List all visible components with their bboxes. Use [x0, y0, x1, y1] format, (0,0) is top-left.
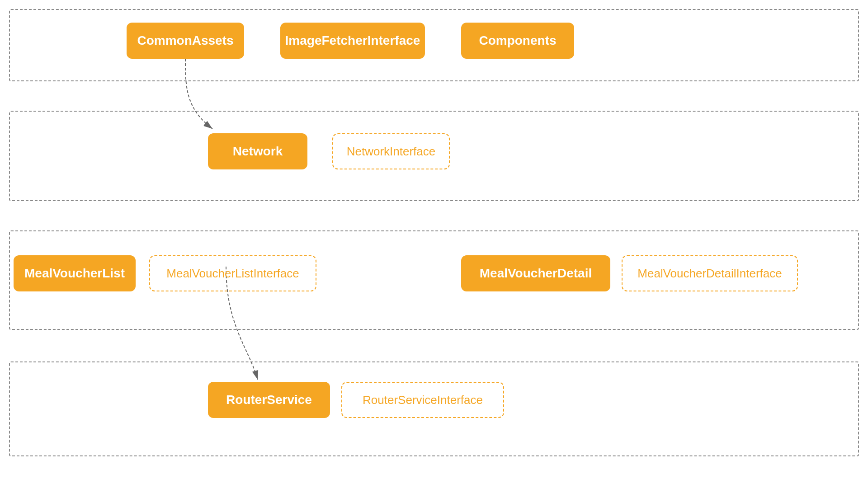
router-service-label: RouterService — [226, 393, 312, 407]
components-node[interactable]: Components — [461, 23, 574, 59]
meal-voucher-detail-interface-label: MealVoucherDetailInterface — [637, 267, 782, 281]
router-service-interface-node[interactable]: RouterServiceInterface — [341, 382, 504, 418]
router-service-node[interactable]: RouterService — [208, 382, 330, 418]
diagram-container: CommonAssets ImageFetcherInterface Compo… — [0, 0, 868, 488]
image-fetcher-interface-node[interactable]: ImageFetcherInterface — [280, 23, 425, 59]
network-interface-node[interactable]: NetworkInterface — [332, 133, 450, 169]
router-service-interface-label: RouterServiceInterface — [363, 393, 483, 407]
meal-voucher-list-label: MealVoucherList — [24, 266, 125, 281]
meal-voucher-list-node[interactable]: MealVoucherList — [14, 255, 136, 291]
meal-voucher-detail-label: MealVoucherDetail — [480, 266, 592, 281]
network-label: Network — [233, 144, 283, 159]
common-assets-node[interactable]: CommonAssets — [127, 23, 244, 59]
network-interface-label: NetworkInterface — [347, 145, 436, 159]
meal-voucher-detail-interface-node[interactable]: MealVoucherDetailInterface — [622, 255, 798, 291]
components-label: Components — [479, 33, 556, 48]
meal-voucher-list-interface-node[interactable]: MealVoucherListInterface — [149, 255, 316, 291]
image-fetcher-label: ImageFetcherInterface — [285, 33, 420, 48]
meal-voucher-list-interface-label: MealVoucherListInterface — [166, 267, 299, 281]
meal-voucher-detail-node[interactable]: MealVoucherDetail — [461, 255, 610, 291]
common-assets-label: CommonAssets — [137, 33, 233, 48]
network-node[interactable]: Network — [208, 133, 307, 169]
